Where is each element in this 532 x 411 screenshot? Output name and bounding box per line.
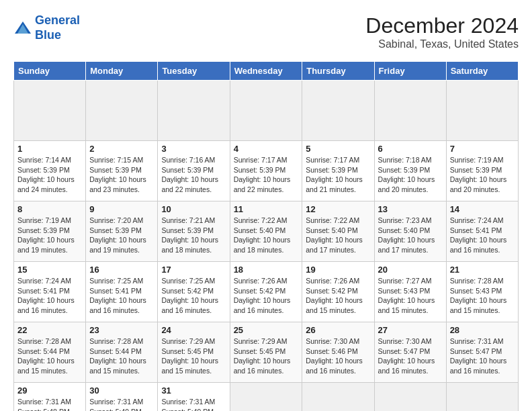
day-number: 12 — [306, 204, 370, 214]
calendar-cell: 18Sunrise: 7:26 AM Sunset: 5:42 PM Dayli… — [230, 262, 302, 322]
calendar-week-row: 8Sunrise: 7:19 AM Sunset: 5:39 PM Daylig… — [14, 201, 519, 262]
day-number: 1 — [17, 144, 82, 154]
calendar-cell: 11Sunrise: 7:22 AM Sunset: 5:40 PM Dayli… — [230, 201, 302, 262]
calendar-body: 1Sunrise: 7:14 AM Sunset: 5:39 PM Daylig… — [14, 81, 519, 412]
day-detail: Sunrise: 7:24 AM Sunset: 5:41 PM Dayligh… — [17, 276, 82, 316]
calendar-cell — [86, 81, 158, 141]
day-detail: Sunrise: 7:20 AM Sunset: 5:39 PM Dayligh… — [89, 216, 154, 255]
day-number: 6 — [378, 144, 443, 154]
calendar-cell: 10Sunrise: 7:21 AM Sunset: 5:39 PM Dayli… — [158, 201, 230, 262]
title-block: December 2024 Sabinal, Texas, United Sta… — [365, 13, 519, 50]
day-detail: Sunrise: 7:31 AM Sunset: 5:48 PM Dayligh… — [17, 397, 82, 411]
calendar-cell — [374, 81, 446, 141]
calendar-cell — [14, 81, 86, 141]
header-monday: Monday — [86, 62, 158, 81]
day-number: 16 — [89, 265, 154, 275]
header-sunday: Sunday — [14, 62, 86, 81]
day-number: 8 — [17, 204, 82, 214]
day-number: 13 — [378, 204, 443, 214]
calendar-cell: 8Sunrise: 7:19 AM Sunset: 5:39 PM Daylig… — [14, 201, 86, 262]
calendar-cell — [374, 383, 446, 412]
day-detail: Sunrise: 7:25 AM Sunset: 5:42 PM Dayligh… — [161, 276, 226, 316]
calendar-cell — [230, 383, 302, 412]
day-number: 31 — [161, 385, 226, 396]
days-header-row: Sunday Monday Tuesday Wednesday Thursday… — [14, 62, 519, 81]
calendar-cell: 24Sunrise: 7:29 AM Sunset: 5:45 PM Dayli… — [158, 322, 230, 383]
logo-icon — [13, 20, 32, 36]
calendar-table: Sunday Monday Tuesday Wednesday Thursday… — [13, 61, 519, 411]
day-detail: Sunrise: 7:29 AM Sunset: 5:45 PM Dayligh… — [234, 336, 299, 376]
day-detail: Sunrise: 7:14 AM Sunset: 5:39 PM Dayligh… — [17, 155, 82, 195]
day-number: 25 — [234, 325, 299, 335]
calendar-cell: 6Sunrise: 7:18 AM Sunset: 5:39 PM Daylig… — [374, 141, 446, 201]
day-detail: Sunrise: 7:17 AM Sunset: 5:39 PM Dayligh… — [306, 155, 370, 195]
logo-blue: Blue — [35, 28, 61, 42]
calendar-cell: 27Sunrise: 7:30 AM Sunset: 5:47 PM Dayli… — [374, 322, 446, 383]
calendar-cell: 14Sunrise: 7:24 AM Sunset: 5:41 PM Dayli… — [446, 201, 518, 262]
header-thursday: Thursday — [302, 62, 374, 81]
day-detail: Sunrise: 7:16 AM Sunset: 5:39 PM Dayligh… — [161, 155, 226, 195]
day-number: 10 — [161, 204, 226, 214]
day-number: 9 — [89, 204, 154, 214]
logo: General Blue — [13, 13, 80, 42]
day-number: 28 — [450, 325, 515, 335]
day-number: 26 — [306, 325, 370, 335]
day-number: 24 — [161, 325, 226, 335]
calendar-cell: 12Sunrise: 7:22 AM Sunset: 5:40 PM Dayli… — [302, 201, 374, 262]
calendar-cell — [302, 81, 374, 141]
calendar-week-row: 22Sunrise: 7:28 AM Sunset: 5:44 PM Dayli… — [14, 322, 519, 383]
day-number: 14 — [450, 204, 515, 214]
day-detail: Sunrise: 7:28 AM Sunset: 5:44 PM Dayligh… — [17, 336, 82, 376]
calendar-week-row: 15Sunrise: 7:24 AM Sunset: 5:41 PM Dayli… — [14, 262, 519, 322]
day-number: 18 — [234, 265, 299, 275]
calendar-cell: 20Sunrise: 7:27 AM Sunset: 5:43 PM Dayli… — [374, 262, 446, 322]
calendar-cell — [230, 81, 302, 141]
header-friday: Friday — [374, 62, 446, 81]
day-detail: Sunrise: 7:28 AM Sunset: 5:43 PM Dayligh… — [450, 276, 515, 316]
calendar-cell — [302, 383, 374, 412]
day-detail: Sunrise: 7:26 AM Sunset: 5:42 PM Dayligh… — [306, 276, 370, 316]
day-number: 20 — [378, 265, 443, 275]
day-number: 23 — [89, 325, 154, 335]
day-number: 27 — [378, 325, 443, 335]
day-detail: Sunrise: 7:23 AM Sunset: 5:40 PM Dayligh… — [378, 216, 443, 255]
calendar-cell: 26Sunrise: 7:30 AM Sunset: 5:46 PM Dayli… — [302, 322, 374, 383]
day-detail: Sunrise: 7:15 AM Sunset: 5:39 PM Dayligh… — [89, 155, 154, 195]
day-detail: Sunrise: 7:30 AM Sunset: 5:46 PM Dayligh… — [306, 336, 370, 376]
calendar-cell: 23Sunrise: 7:28 AM Sunset: 5:44 PM Dayli… — [86, 322, 158, 383]
calendar-cell: 9Sunrise: 7:20 AM Sunset: 5:39 PM Daylig… — [86, 201, 158, 262]
calendar-cell: 7Sunrise: 7:19 AM Sunset: 5:39 PM Daylig… — [446, 141, 518, 201]
day-number: 7 — [450, 144, 515, 154]
calendar-subtitle: Sabinal, Texas, United States — [365, 38, 519, 50]
calendar-cell: 5Sunrise: 7:17 AM Sunset: 5:39 PM Daylig… — [302, 141, 374, 201]
calendar-cell: 25Sunrise: 7:29 AM Sunset: 5:45 PM Dayli… — [230, 322, 302, 383]
calendar-cell: 17Sunrise: 7:25 AM Sunset: 5:42 PM Dayli… — [158, 262, 230, 322]
logo-general: General — [35, 13, 80, 27]
day-detail: Sunrise: 7:31 AM Sunset: 5:47 PM Dayligh… — [450, 336, 515, 376]
calendar-cell: 30Sunrise: 7:31 AM Sunset: 5:49 PM Dayli… — [86, 383, 158, 412]
day-number: 30 — [89, 385, 154, 396]
calendar-cell: 19Sunrise: 7:26 AM Sunset: 5:42 PM Dayli… — [302, 262, 374, 322]
day-number: 21 — [450, 265, 515, 275]
day-number: 5 — [306, 144, 370, 154]
day-number: 17 — [161, 265, 226, 275]
day-detail: Sunrise: 7:21 AM Sunset: 5:39 PM Dayligh… — [161, 216, 226, 255]
calendar-cell — [446, 81, 518, 141]
day-detail: Sunrise: 7:19 AM Sunset: 5:39 PM Dayligh… — [450, 155, 515, 195]
calendar-cell — [446, 383, 518, 412]
day-detail: Sunrise: 7:19 AM Sunset: 5:39 PM Dayligh… — [17, 216, 82, 255]
calendar-week-row: 1Sunrise: 7:14 AM Sunset: 5:39 PM Daylig… — [14, 141, 519, 201]
day-number: 4 — [234, 144, 299, 154]
calendar-cell: 29Sunrise: 7:31 AM Sunset: 5:48 PM Dayli… — [14, 383, 86, 412]
day-number: 3 — [161, 144, 226, 154]
calendar-cell: 16Sunrise: 7:25 AM Sunset: 5:41 PM Dayli… — [86, 262, 158, 322]
header-saturday: Saturday — [446, 62, 518, 81]
day-number: 11 — [234, 204, 299, 214]
calendar-cell: 3Sunrise: 7:16 AM Sunset: 5:39 PM Daylig… — [158, 141, 230, 201]
day-number: 15 — [17, 265, 82, 275]
calendar-title: December 2024 — [365, 13, 519, 38]
day-detail: Sunrise: 7:25 AM Sunset: 5:41 PM Dayligh… — [89, 276, 154, 316]
day-detail: Sunrise: 7:26 AM Sunset: 5:42 PM Dayligh… — [234, 276, 299, 316]
day-detail: Sunrise: 7:31 AM Sunset: 5:49 PM Dayligh… — [161, 397, 226, 411]
day-number: 2 — [89, 144, 154, 154]
